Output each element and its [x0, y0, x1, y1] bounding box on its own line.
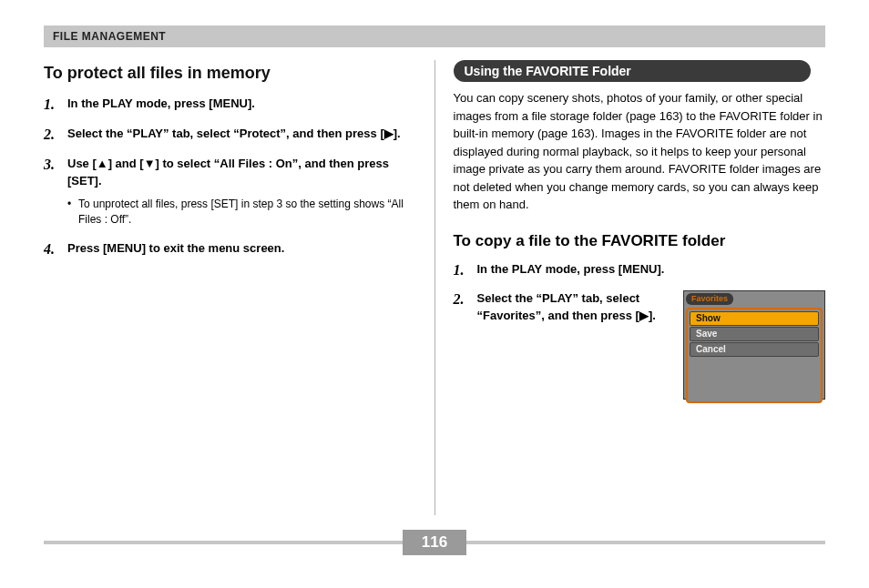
two-column-layout: To protect all files in memory In the PL…	[44, 60, 825, 515]
right-column: Using the FAVORITE Folder You can copy s…	[435, 60, 826, 515]
page-number: 116	[403, 530, 466, 555]
menu-body: Show Save Cancel	[686, 308, 823, 403]
left-step-4: Press [MENU] to exit the menu screen.	[44, 240, 416, 258]
step-text: In the PLAY mode, press [MENU].	[67, 96, 255, 110]
page-footer: 116	[44, 530, 825, 555]
menu-item-save: Save	[690, 327, 819, 341]
manual-page: FILE MANAGEMENT To protect all files in …	[0, 0, 869, 588]
left-step-3: Use [▲] and [▼] to select “All Files : O…	[44, 156, 416, 228]
menu-item-cancel: Cancel	[690, 342, 819, 357]
left-step-2: Select the “PLAY” tab, select “Protect”,…	[44, 126, 416, 143]
menu-empty-area	[690, 358, 819, 400]
section-header: FILE MANAGEMENT	[44, 25, 825, 47]
step-text: Press [MENU] to exit the menu screen.	[67, 241, 284, 255]
step-text: Use [▲] and [▼] to select “All Files : O…	[67, 157, 389, 188]
camera-menu-screenshot: Favorites Show Save Cancel	[683, 290, 825, 400]
step-text: In the PLAY mode, press [MENU].	[477, 262, 665, 276]
footer-bar-left	[44, 541, 403, 544]
left-steps-list: In the PLAY mode, press [MENU]. Select t…	[44, 96, 416, 258]
left-column: To protect all files in memory In the PL…	[44, 60, 434, 515]
right-step-1: In the PLAY mode, press [MENU].	[454, 261, 826, 279]
menu-title: Favorites	[686, 293, 733, 305]
step-text: Select the “PLAY” tab, select “Protect”,…	[67, 127, 401, 140]
step-note: To unprotect all files, press [SET] in s…	[67, 197, 416, 228]
right-steps-list: In the PLAY mode, press [MENU]. Select t…	[454, 261, 826, 400]
footer-bar-right	[466, 541, 825, 544]
left-step-1: In the PLAY mode, press [MENU].	[44, 96, 416, 113]
favorite-folder-description: You can copy scenery shots, photos of yo…	[454, 89, 826, 214]
pill-heading: Using the FAVORITE Folder	[454, 60, 811, 82]
right-subtitle: To copy a file to the FAVORITE folder	[454, 232, 826, 250]
right-step-2: Select the “PLAY” tab, select “Favorites…	[454, 290, 826, 400]
left-title: To protect all files in memory	[44, 64, 416, 83]
menu-item-show: Show	[690, 311, 819, 326]
step-text: Select the “PLAY” tab, select “Favorites…	[477, 291, 656, 322]
